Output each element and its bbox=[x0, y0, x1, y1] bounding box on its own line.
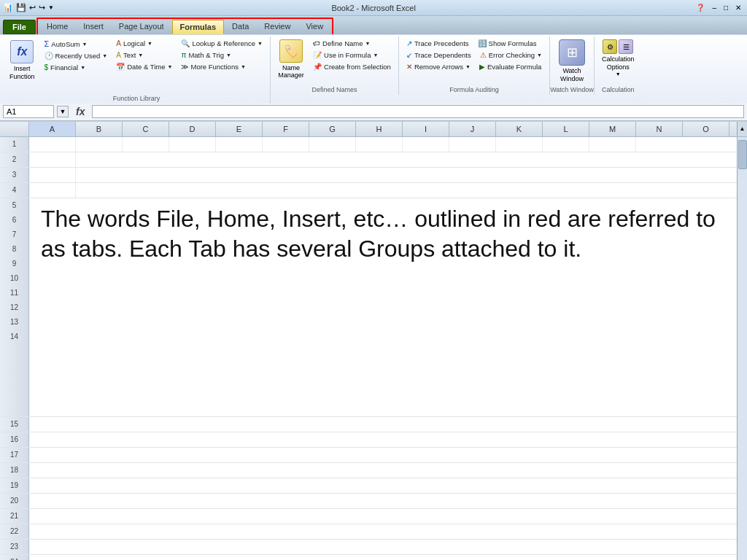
row-header-24[interactable]: 24 bbox=[0, 555, 29, 560]
undo-icon[interactable]: ↩ bbox=[29, 3, 36, 12]
evaluate-formula-button[interactable]: ▶ Evaluate Formula bbox=[476, 61, 544, 72]
row-header-19[interactable]: 19 bbox=[0, 478, 29, 493]
cell-c1[interactable] bbox=[123, 137, 169, 152]
define-name-dropdown[interactable]: ▼ bbox=[365, 41, 370, 46]
calculation-options-button[interactable]: ⚙ ☰ CalculationOptions ▼ bbox=[599, 38, 638, 78]
cell-b1[interactable] bbox=[76, 137, 123, 152]
col-header-m[interactable]: M bbox=[589, 122, 636, 136]
row-header-20[interactable]: 20 bbox=[0, 494, 29, 508]
tab-insert[interactable]: Insert bbox=[76, 20, 111, 34]
row-header-12[interactable]: 12 bbox=[0, 300, 29, 315]
autosum-dropdown[interactable]: ▼ bbox=[82, 42, 87, 47]
use-formula-dropdown[interactable]: ▼ bbox=[373, 52, 378, 58]
col-header-a[interactable]: A bbox=[29, 122, 76, 136]
vscroll-top[interactable]: ▲ bbox=[737, 122, 747, 136]
math-trig-button[interactable]: π Math & Trig ▼ bbox=[178, 50, 266, 61]
row-header-18[interactable]: 18 bbox=[0, 463, 29, 478]
text-dropdown[interactable]: ▼ bbox=[138, 52, 143, 58]
col-header-c[interactable]: C bbox=[123, 122, 169, 136]
tab-review[interactable]: Review bbox=[257, 20, 298, 34]
restore-btn[interactable]: □ bbox=[721, 4, 731, 12]
tab-file[interactable]: File bbox=[3, 20, 36, 34]
redo-icon[interactable]: ↪ bbox=[39, 3, 45, 12]
recently-used-dropdown[interactable]: ▼ bbox=[102, 53, 107, 58]
lookup-dropdown[interactable]: ▼ bbox=[258, 41, 263, 46]
error-dropdown[interactable]: ▼ bbox=[537, 52, 542, 58]
financial-button[interactable]: $ Financial ▼ bbox=[42, 62, 111, 73]
cell-i1[interactable] bbox=[403, 137, 449, 152]
date-time-button[interactable]: 📅 Date & Time ▼ bbox=[113, 61, 175, 72]
row-header-21[interactable]: 21 bbox=[0, 509, 29, 524]
col-header-i[interactable]: I bbox=[403, 122, 449, 136]
cell-a3[interactable] bbox=[29, 168, 76, 182]
cell-g1[interactable] bbox=[309, 137, 356, 152]
watch-window-button[interactable]: ⊞ Watch Window bbox=[556, 38, 588, 85]
row-header-1[interactable]: 1 bbox=[0, 137, 29, 152]
minimize-btn[interactable]: – bbox=[709, 4, 719, 12]
cell-a1[interactable] bbox=[29, 137, 76, 152]
cell-f1[interactable] bbox=[263, 137, 309, 152]
qat-dropdown[interactable]: ▼ bbox=[48, 4, 54, 11]
more-functions-button[interactable]: ≫ More Functions ▼ bbox=[178, 61, 266, 72]
help-icon[interactable]: ❓ bbox=[693, 4, 708, 12]
financial-dropdown[interactable]: ▼ bbox=[80, 65, 85, 70]
col-header-f[interactable]: F bbox=[263, 122, 309, 136]
logical-dropdown[interactable]: ▼ bbox=[147, 41, 152, 46]
create-from-selection-button[interactable]: 📌 Create from Selection bbox=[310, 61, 394, 72]
name-manager-button[interactable]: 🏷️ NameManager bbox=[275, 38, 307, 80]
trace-precedents-button[interactable]: ↗ Trace Precedents bbox=[403, 38, 472, 49]
col-header-e[interactable]: E bbox=[216, 122, 263, 136]
recently-used-button[interactable]: 🕐 Recently Used ▼ bbox=[42, 50, 111, 61]
date-dropdown[interactable]: ▼ bbox=[168, 64, 173, 69]
cell-d1[interactable] bbox=[169, 137, 216, 152]
error-checking-button[interactable]: ⚠ Error Checking ▼ bbox=[477, 50, 545, 61]
col-header-l[interactable]: L bbox=[543, 122, 589, 136]
lookup-reference-button[interactable]: 🔍 Lookup & Reference ▼ bbox=[178, 38, 266, 49]
autosum-button[interactable]: Σ AutoSum ▼ bbox=[42, 38, 111, 50]
cell-a4[interactable] bbox=[29, 183, 76, 198]
col-header-h[interactable]: H bbox=[356, 122, 403, 136]
col-header-o[interactable]: O bbox=[683, 122, 729, 136]
window-controls[interactable]: ❓ – □ ✕ bbox=[693, 4, 744, 12]
row-header-11[interactable]: 11 bbox=[0, 286, 29, 300]
content-cell[interactable]: The words File, Home, Insert, etc… outli… bbox=[29, 198, 737, 416]
col-header-j[interactable]: J bbox=[449, 122, 496, 136]
expand-formula-button[interactable]: ▼ bbox=[57, 106, 69, 117]
tab-home[interactable]: Home bbox=[39, 20, 75, 34]
use-in-formula-button[interactable]: 📝 Use in Formula ▼ bbox=[310, 50, 394, 61]
tab-formulas[interactable]: Formulas bbox=[172, 20, 225, 34]
row-header-8[interactable]: 8 bbox=[0, 242, 29, 257]
tab-view[interactable]: View bbox=[298, 20, 330, 34]
col-header-k[interactable]: K bbox=[496, 122, 543, 136]
close-btn[interactable]: ✕ bbox=[732, 4, 744, 12]
col-header-n[interactable]: N bbox=[636, 122, 683, 136]
row-header-2[interactable]: 2 bbox=[0, 152, 29, 167]
logical-button[interactable]: A Logical ▼ bbox=[113, 38, 175, 49]
trace-dependents-button[interactable]: ↙ Trace Dependents bbox=[403, 50, 474, 61]
row-header-10[interactable]: 10 bbox=[0, 271, 29, 286]
row-header-13[interactable]: 13 bbox=[0, 315, 29, 330]
row-header-23[interactable]: 23 bbox=[0, 540, 29, 554]
remove-arr-dropdown[interactable]: ▼ bbox=[465, 64, 471, 69]
col-header-b[interactable]: B bbox=[76, 122, 123, 136]
text-button[interactable]: A Text ▼ bbox=[113, 50, 175, 61]
name-box[interactable]: A1 bbox=[3, 105, 54, 118]
cell-k1[interactable] bbox=[496, 137, 543, 152]
formula-input[interactable] bbox=[92, 105, 744, 118]
insert-function-button[interactable]: fx InsertFunction bbox=[6, 38, 39, 83]
row-header-15[interactable]: 15 bbox=[0, 417, 29, 432]
calc-options-dropdown[interactable]: ▼ bbox=[616, 71, 621, 77]
cell-m1[interactable] bbox=[589, 137, 636, 152]
quick-save-icon[interactable]: 💾 bbox=[16, 3, 26, 12]
vscroll-thumb[interactable] bbox=[738, 140, 747, 169]
tab-page-layout[interactable]: Page Layout bbox=[112, 20, 171, 34]
row-header-3[interactable]: 3 bbox=[0, 168, 29, 182]
row-header-4[interactable]: 4 bbox=[0, 183, 29, 198]
row-header-7[interactable]: 7 bbox=[0, 228, 29, 242]
cell-j1[interactable] bbox=[449, 137, 496, 152]
row-header-17[interactable]: 17 bbox=[0, 448, 29, 462]
row-header-5[interactable]: 5 bbox=[0, 198, 29, 213]
cell-a2[interactable] bbox=[29, 152, 76, 167]
math-dropdown[interactable]: ▼ bbox=[226, 52, 231, 58]
row-header-9[interactable]: 9 bbox=[0, 257, 29, 271]
